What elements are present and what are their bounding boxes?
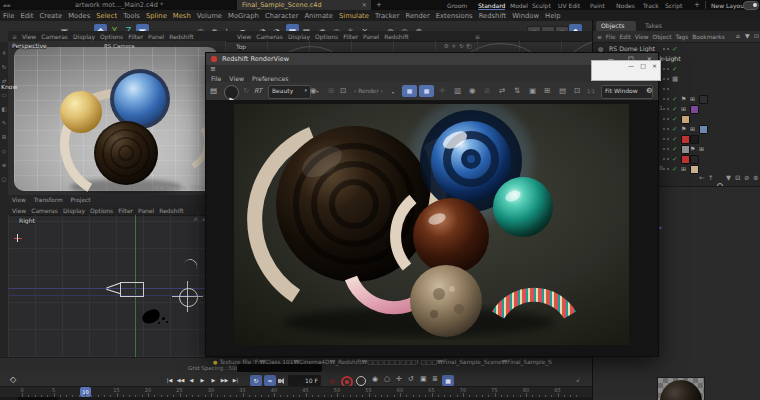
- objects-menu-file[interactable]: File: [606, 34, 616, 40]
- enabled-check-icon[interactable]: ✓: [672, 155, 677, 163]
- tab-takes[interactable]: Takes: [645, 22, 662, 29]
- goto-end-button[interactable]: ▶|: [230, 375, 241, 386]
- material-chip[interactable]: [699, 125, 708, 134]
- tab-objects[interactable]: Objects: [596, 21, 636, 31]
- visibility-dot[interactable]: [663, 108, 665, 110]
- expand-horizontal-icon[interactable]: ⇄: [499, 86, 505, 95]
- play-button[interactable]: ▶: [197, 375, 208, 386]
- tag-icon[interactable]: ⚑: [681, 95, 686, 102]
- menu-animate[interactable]: Animate: [304, 12, 332, 20]
- viewport-menu-filter[interactable]: Filter: [128, 33, 143, 40]
- visibility-dot[interactable]: [663, 58, 665, 60]
- crop-region-icon[interactable]: ⊡: [340, 86, 346, 95]
- gear-icon[interactable]: ⚙: [646, 86, 653, 95]
- viewport-menu-panel[interactable]: Panel: [148, 33, 164, 40]
- enabled-check-icon[interactable]: ✓: [672, 105, 677, 113]
- visibility-dot[interactable]: [663, 118, 665, 120]
- tag-icon[interactable]: ⊞: [681, 165, 686, 172]
- menu-icon[interactable]: ≡: [12, 33, 17, 40]
- menu-tracker[interactable]: Tracker: [375, 12, 400, 20]
- menu-mesh[interactable]: Mesh: [173, 12, 191, 20]
- enabled-check-icon[interactable]: ✓: [672, 145, 677, 153]
- visibility-dot[interactable]: [663, 68, 665, 70]
- viewport-menu-view[interactable]: View: [237, 33, 251, 40]
- goto-start-button[interactable]: |◀: [164, 375, 175, 386]
- snapshot-browser-icon[interactable]: ▤: [559, 86, 566, 95]
- menu-icon[interactable]: ≡: [210, 65, 216, 73]
- keyframe-list-toggle[interactable]: ≣: [432, 375, 438, 383]
- render-dot[interactable]: [667, 78, 669, 80]
- filter-icon[interactable]: ▼: [745, 32, 750, 39]
- loop-toggle[interactable]: ↻: [250, 375, 262, 386]
- start-ipr-button[interactable]: ▶: [224, 85, 239, 100]
- render-dot[interactable]: [667, 58, 669, 60]
- grid-overlay-icon[interactable]: ⊞: [328, 86, 334, 95]
- render-dot[interactable]: [667, 88, 669, 90]
- keyframe-rotation-toggle[interactable]: ↺: [408, 375, 414, 383]
- viewport-menu-view[interactable]: View: [12, 207, 26, 214]
- tag-icon[interactable]: ⊞: [690, 95, 695, 102]
- enabled-check-icon[interactable]: ✓: [672, 45, 677, 53]
- polygons-mode-icon[interactable]: ◇: [0, 148, 8, 154]
- layout-tab-groom[interactable]: Groom: [447, 2, 467, 9]
- rotate-icon[interactable]: ↻: [0, 64, 8, 70]
- document-tab-active[interactable]: Final_Sample_Scene.c4d ×: [237, 0, 371, 10]
- renderview-menu-file[interactable]: File: [211, 75, 221, 82]
- menu-volume[interactable]: Volume: [197, 12, 222, 20]
- menu-character[interactable]: Character: [265, 12, 299, 20]
- viewport-menu-filter[interactable]: Filter: [343, 33, 358, 40]
- edges-mode-icon[interactable]: ⊞: [0, 134, 8, 140]
- panel-tab-project[interactable]: Project: [71, 197, 91, 203]
- object-name[interactable]: RS Dome Light: [609, 45, 655, 52]
- visibility-dot[interactable]: [663, 158, 665, 160]
- move-icon[interactable]: ✛: [0, 50, 8, 56]
- menu-modes[interactable]: Modes: [68, 12, 90, 20]
- filter-icon[interactable]: ▼: [726, 174, 731, 182]
- back-icon[interactable]: ←: [699, 174, 704, 182]
- keyframe-position-toggle[interactable]: ○: [384, 375, 390, 383]
- keyframe-pla-toggle[interactable]: ▣: [420, 375, 427, 383]
- disable-icon[interactable]: ⊘: [484, 86, 490, 95]
- material-chip[interactable]: [681, 145, 690, 154]
- aov-list-icon[interactable]: ◉▾: [310, 86, 319, 95]
- chevron-down-icon[interactable]: ▾: [392, 90, 394, 95]
- visibility-dot[interactable]: [663, 88, 665, 90]
- model-mode-icon[interactable]: ▭: [0, 92, 8, 98]
- previous-frame-button[interactable]: ◀: [186, 375, 197, 386]
- enabled-check-icon[interactable]: ✓: [672, 115, 677, 123]
- layout-tab-uv-edit[interactable]: UV Edit: [558, 2, 580, 9]
- enabled-check-icon[interactable]: ✓: [672, 95, 677, 103]
- visibility-dot[interactable]: [663, 48, 665, 50]
- visibility-dot[interactable]: [663, 138, 665, 140]
- objects-menu-bookmarks[interactable]: Bookmarks: [692, 34, 724, 40]
- render-dot[interactable]: [667, 168, 669, 170]
- viewport-solo-icon[interactable]: ○: [0, 176, 8, 182]
- enabled-check-icon[interactable]: ✓: [672, 165, 677, 173]
- solo-toggle[interactable]: ▦: [442, 375, 454, 386]
- viewport-menu-options[interactable]: Options: [100, 33, 123, 40]
- viewport-right[interactable]: ViewTransformProject ViewCamerasDisplayO…: [8, 195, 225, 357]
- viewport-menu-redshift[interactable]: Redshift: [384, 33, 408, 40]
- popup-window[interactable]: — □ ×: [591, 60, 661, 81]
- viewport-menu-redshift[interactable]: Redshift: [159, 207, 183, 214]
- render-dot[interactable]: [667, 138, 669, 140]
- viewport-menu-cameras[interactable]: Cameras: [41, 33, 68, 40]
- visibility-dot[interactable]: [663, 78, 665, 80]
- layout-toggle[interactable]: [743, 1, 759, 10]
- tag-icon[interactable]: ⊞: [681, 105, 686, 112]
- viewport-menu-display[interactable]: Display: [73, 33, 95, 40]
- rt-mode-label[interactable]: RT: [254, 87, 262, 95]
- viewport-menu-display[interactable]: Display: [63, 207, 85, 214]
- current-frame-field[interactable]: 10 F: [288, 375, 321, 386]
- enabled-check-icon[interactable]: ✓: [672, 125, 677, 133]
- simulation-toggle[interactable]: ≈: [264, 375, 276, 386]
- material-chip[interactable]: [699, 95, 708, 104]
- viewport-menu-filter[interactable]: Filter: [118, 207, 133, 214]
- enabled-check-icon[interactable]: ✓: [672, 65, 677, 73]
- viewport-menu-panel[interactable]: Panel: [138, 207, 154, 214]
- objects-menu-tags[interactable]: Tags: [675, 34, 688, 40]
- material-chip[interactable]: [690, 135, 699, 144]
- filmstrip-icon[interactable]: ▥: [454, 86, 461, 95]
- audio-icon[interactable]: [278, 378, 286, 384]
- objects-menu-edit[interactable]: Edit: [620, 34, 631, 40]
